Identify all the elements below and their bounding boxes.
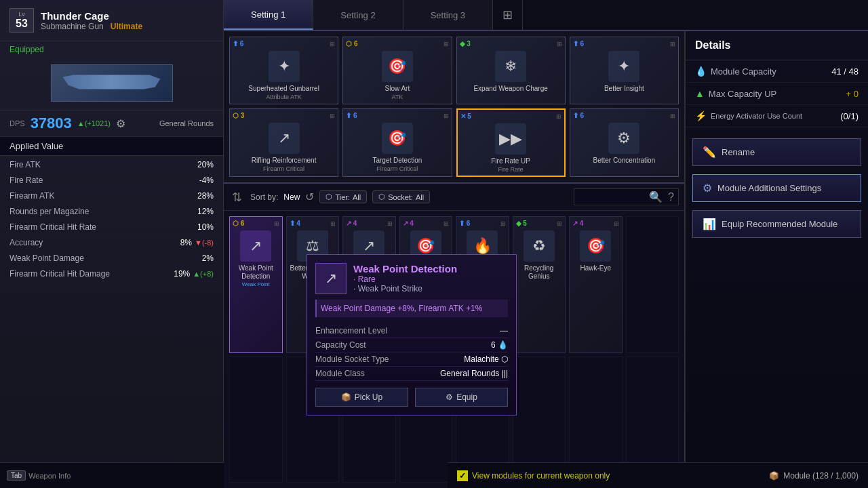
weapon-header: Lv 53 Thunder Cage Submachine Gun Ultima… <box>0 0 223 41</box>
stat-row-magazine: Rounds per Magazine 12% <box>0 204 223 220</box>
stat-name-wp-damage: Weak Point Damage <box>9 253 84 263</box>
tooltip-icon: ↗ <box>315 263 347 294</box>
tier-filter-label: Tier: <box>335 193 350 201</box>
crit-damage-change: ▲(+8) <box>193 270 214 278</box>
tab-setting1[interactable]: Setting 1 <box>224 0 313 30</box>
weapon-info-shortcut: Tab Weapon Info <box>7 470 71 481</box>
view-checkbox-label: View modules for current weapon only <box>472 471 610 481</box>
module-name-5: Rifling Reinforcement <box>233 157 335 165</box>
module-name-7: Fire Rate UP <box>460 157 561 165</box>
bottom-bar: ✓ View modules for current weapon only 📦… <box>448 462 868 488</box>
module-count: 📦 Module (128 / 1,000) <box>769 471 859 481</box>
socket-value: Malachite ⬡ <box>464 354 508 364</box>
tooltip-desc: Weak Point Damage +8%, Firearm ATK +1% <box>315 300 508 317</box>
module-level-5: ⬡ 3 <box>233 112 244 119</box>
pickup-label: Pick Up <box>355 392 382 402</box>
tab-grid-icon[interactable]: ⊞ <box>493 0 523 30</box>
module-capacity-row: 💧 Module Capacity 41 / 48 <box>686 60 868 83</box>
module-name-8: Better Concentration <box>573 157 675 165</box>
weapon-name: Thunder Cage <box>41 10 214 22</box>
module-icon-5: ↗ <box>269 123 300 154</box>
socket-filter-icon: ⬡ <box>378 192 385 201</box>
module-icon-7: ▶▶ <box>495 123 526 155</box>
module-icon: 📦 <box>769 471 779 481</box>
search-box[interactable]: 🔍 ? <box>574 188 679 205</box>
applied-value-header: Applied Value <box>0 137 223 156</box>
avail-module-empty-1 <box>626 216 679 353</box>
equip-recommended-button[interactable]: 📊 Equip Recommended Module <box>692 210 861 238</box>
module-level-8: ⬆ 6 <box>573 112 584 119</box>
module-count-value: Module (128 / 1,000) <box>783 471 859 481</box>
module-subtype-6: Firearm Critical <box>346 165 448 172</box>
avail-module-weak-point[interactable]: ⬡ 6 ⊞ ↗ Weak Point Detection Weak Point <box>229 216 283 353</box>
refresh-icon[interactable]: ↺ <box>305 190 314 203</box>
stat-name-magazine: Rounds per Magazine <box>9 207 89 216</box>
tier-filter-icon: ⬡ <box>326 192 332 201</box>
stat-name-firearm-atk: Firearm ATK <box>9 191 54 201</box>
stat-row-fire-atk: Fire ATK 20% <box>0 157 223 173</box>
tier-filter[interactable]: ⬡ Tier: All <box>319 190 367 203</box>
module-subtype-5: Firearm Critical <box>233 165 335 172</box>
avail-level-1: ⬡ 6 <box>233 220 244 227</box>
capacity-icon: 💧 <box>695 66 707 77</box>
equipped-module-concentration[interactable]: ⬆ 6 ⊞ ⚙ Better Concentration <box>570 108 679 177</box>
equip-button[interactable]: ⚙ Equip <box>415 388 508 407</box>
avail-name-1: Weak Point Detection <box>233 264 279 281</box>
module-name-6: Target Detection <box>346 157 448 165</box>
equipped-module-better-insight[interactable]: ⬆ 6 ⊞ ✦ Better Insight <box>570 37 679 104</box>
max-capacity-text: Max Capacity UP <box>709 89 776 99</box>
search-input[interactable] <box>578 192 646 202</box>
dps-bar: DPS 37803 ▲(+1021) ⚙ General Rounds <box>0 110 223 137</box>
stat-value-fire-rate: -4% <box>199 176 214 185</box>
avail-icon-1: ↗ <box>240 230 271 262</box>
energy-icon: ⚡ <box>695 110 707 121</box>
pickup-icon: 📦 <box>341 392 351 402</box>
socket-filter[interactable]: ⬡ Socket: All <box>372 190 430 203</box>
sort-icon[interactable]: ⇅ <box>229 188 245 206</box>
tab-setting2[interactable]: Setting 2 <box>313 0 403 30</box>
view-checkbox[interactable]: ✓ View modules for current weapon only <box>457 470 610 481</box>
module-subtype-7: Fire Rate <box>460 166 561 173</box>
module-level-1: ⬆ 6 <box>233 40 243 47</box>
weapon-image <box>51 64 173 102</box>
tab-setting3[interactable]: Setting 3 <box>403 0 493 30</box>
module-level-6: ⬆ 6 <box>346 112 357 119</box>
stat-name-fire-atk: Fire ATK <box>9 160 41 169</box>
sort-value[interactable]: New <box>283 192 300 202</box>
stat-name-accuracy: Accuracy <box>9 238 43 247</box>
equipped-module-slow-art[interactable]: ⬡ 6 ⊞ 🎯 Slow Art ATK <box>342 37 452 104</box>
avail-module-recycling[interactable]: ◆ 5 ⊞ ♻ Recycling Genius <box>513 216 566 353</box>
avail-name-6: Recycling Genius <box>516 264 563 281</box>
pickup-button[interactable]: 📦 Pick Up <box>315 388 408 407</box>
avail-level-4: ↗ 4 <box>403 220 414 227</box>
module-icon-2: 🎯 <box>382 51 413 82</box>
equip-label: Equip <box>456 392 477 402</box>
equipped-module-superheated[interactable]: ⬆ 6 ⊞ ✦ Superheated Gunbarrel Attribute … <box>229 37 338 104</box>
equipped-module-fire-rate[interactable]: ✕ 5 ⊞ ▶▶ Fire Rate UP Fire Rate <box>456 108 566 177</box>
dps-value: 37803 <box>31 115 72 132</box>
tooltip-rarity: · Rare <box>353 274 508 284</box>
weapon-type: Submachine Gun <box>41 22 104 31</box>
module-level-4: ⬆ 6 <box>573 40 584 47</box>
help-icon[interactable]: ? <box>668 191 674 203</box>
stat-row-accuracy: Accuracy 8% ▼(-8) <box>0 235 223 251</box>
weapon-info-label: Weapon Info <box>28 472 71 480</box>
module-capacity-value: 41 / 48 <box>831 66 859 77</box>
additional-settings-button[interactable]: ⚙ Module Additional Settings <box>692 174 861 202</box>
stat-value-firearm-atk: 28% <box>197 191 214 201</box>
settings-icon: ⚙ <box>703 182 712 195</box>
stat-row-crit-damage: Firearm Critical Hit Damage 19% ▲(+8) <box>0 266 223 282</box>
avail-module-hawk-eye[interactable]: ↗ 4 ⊞ 🎯 Hawk-Eye <box>569 216 623 353</box>
avail-icon-7: 🎯 <box>580 230 611 262</box>
equipped-module-rifling[interactable]: ⬡ 3 ⊞ ↗ Rifling Reinforcement Firearm Cr… <box>229 108 338 177</box>
sort-label: Sort by: <box>250 192 278 202</box>
max-capacity-value: + 0 <box>846 89 859 99</box>
equipped-module-target[interactable]: ⬆ 6 ⊞ 🎯 Target Detection Firearm Critica… <box>342 108 452 177</box>
max-capacity-row: ▲ Max Capacity UP + 0 <box>686 83 868 105</box>
tooltip-subtype: · Weak Point Strike <box>353 284 508 293</box>
rename-button[interactable]: ✏️ Rename <box>692 138 861 166</box>
avail-module-empty-2 <box>229 357 283 483</box>
equipped-module-expand[interactable]: ◆ 3 ⊞ ❄ Expand Weapon Charge <box>456 37 566 104</box>
module-level-7: ✕ 5 <box>460 113 471 120</box>
avail-tag-1: Weak Point <box>233 281 279 287</box>
